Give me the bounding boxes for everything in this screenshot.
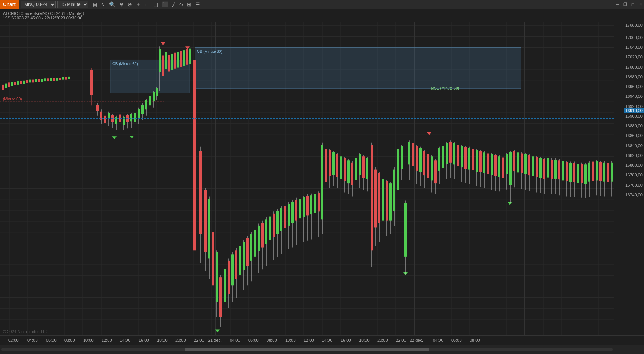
- svg-rect-347: [502, 158, 504, 178]
- close-button[interactable]: ✕: [637, 0, 644, 9]
- zoom-out-icon[interactable]: ⊖: [127, 1, 133, 8]
- bar-chart-icon[interactable]: ▦: [91, 1, 98, 8]
- maximize-button[interactable]: □: [629, 0, 637, 9]
- svg-text:OB (Minute 60): OB (Minute 60): [112, 61, 138, 66]
- svg-rect-233: [291, 202, 294, 223]
- price-level-16820: 16820,00: [625, 153, 643, 158]
- svg-rect-314: [442, 146, 444, 168]
- rect3-icon[interactable]: ⬛: [161, 1, 169, 8]
- svg-rect-192: [216, 252, 218, 302]
- svg-rect-82: [14, 82, 16, 85]
- zoom-in-icon[interactable]: ⊕: [118, 1, 124, 8]
- pointer-icon[interactable]: ↖: [100, 1, 106, 8]
- svg-rect-156: [156, 88, 158, 96]
- svg-rect-178: [186, 49, 188, 65]
- svg-rect-245: [314, 194, 316, 213]
- svg-rect-356: [517, 152, 519, 172]
- restore-button[interactable]: ❐: [622, 0, 629, 9]
- svg-rect-213: [254, 230, 256, 257]
- time-label-3-0400: 04:00: [433, 338, 443, 342]
- chart-info: ATCHICTConcepts(MNQ 03-24 (15 Minute)) 1…: [0, 9, 644, 22]
- svg-rect-384: [569, 163, 572, 182]
- svg-rect-333: [476, 150, 478, 172]
- time-label-2000: 20:00: [175, 338, 186, 342]
- svg-rect-199: [228, 261, 230, 294]
- time-label-2-0800: 08:00: [267, 338, 277, 342]
- plus-icon[interactable]: ＋: [135, 0, 142, 9]
- svg-rect-78: [8, 82, 10, 87]
- svg-rect-134: [119, 115, 121, 122]
- svg-rect-360: [524, 154, 527, 174]
- svg-rect-116: [65, 77, 67, 80]
- svg-rect-180: [189, 49, 191, 64]
- chart-info-line1: ATCHICTConcepts(MNQ 03-24 (15 Minute)): [3, 11, 641, 16]
- grid-icon[interactable]: ⊞: [186, 1, 192, 8]
- instrument-selector[interactable]: MNQ 03-24: [21, 1, 56, 8]
- line-icon[interactable]: ╱: [171, 1, 176, 8]
- svg-rect-304: [423, 151, 425, 175]
- svg-rect-100: [41, 79, 43, 82]
- time-label-2-1000: 10:00: [285, 338, 296, 342]
- time-label-2-1400: 14:00: [322, 338, 332, 342]
- watermark: © 2024 NinjaTrader, LLC: [3, 329, 48, 334]
- price-level-16980: 16980,00: [625, 75, 643, 79]
- svg-rect-279: [378, 173, 380, 223]
- svg-rect-211: [250, 234, 252, 261]
- current-price-label: 16910,00: [624, 108, 644, 113]
- svg-rect-380: [562, 161, 564, 180]
- svg-rect-298: [412, 143, 414, 166]
- svg-rect-302: [419, 148, 422, 172]
- svg-rect-186: [204, 190, 207, 252]
- time-label-21dec: 21 déc.: [208, 338, 222, 342]
- zoom-icon[interactable]: 🔍: [108, 1, 116, 8]
- time-label-1600: 16:00: [139, 338, 149, 342]
- timeframe-selector[interactable]: 15 Minute: [57, 1, 88, 8]
- chart-tab[interactable]: Chart: [0, 0, 19, 9]
- svg-rect-354: [513, 151, 515, 171]
- rect2-icon[interactable]: ◫: [153, 1, 159, 8]
- svg-rect-104: [47, 78, 49, 81]
- svg-rect-146: [138, 109, 140, 118]
- time-label-22dec: 22 déc.: [410, 338, 423, 342]
- time-label-2-2200: 22:00: [396, 338, 406, 342]
- svg-rect-308: [431, 156, 433, 180]
- svg-rect-86: [20, 81, 22, 84]
- svg-rect-316: [446, 143, 448, 164]
- svg-rect-188: [208, 199, 210, 258]
- price-level-16960: 16960,00: [625, 84, 643, 89]
- svg-rect-154: [153, 92, 155, 101]
- window-controls: ─ ❐ □ ✕: [614, 0, 644, 9]
- svg-rect-150: [145, 100, 147, 109]
- svg-rect-404: [607, 163, 609, 182]
- svg-rect-152: [149, 96, 151, 105]
- price-level-16760: 16760,00: [625, 183, 643, 187]
- svg-rect-337: [483, 152, 485, 173]
- price-level-17000: 17000,00: [625, 65, 643, 69]
- scroll-right-button[interactable]: ›: [610, 175, 613, 183]
- chart-canvas[interactable]: OB (Minute 60) OB (Minute 60) (Minute 60…: [0, 22, 614, 335]
- minimize-button[interactable]: ─: [614, 0, 622, 9]
- svg-rect-325: [461, 146, 463, 168]
- svg-rect-283: [386, 181, 388, 221]
- scrollbar-track[interactable]: [1, 348, 613, 351]
- svg-rect-251: [325, 149, 327, 182]
- svg-rect-174: [180, 51, 182, 67]
- svg-rect-358: [521, 153, 523, 173]
- time-label-2-2000: 20:00: [377, 338, 388, 342]
- svg-rect-184: [199, 151, 202, 234]
- svg-rect-170: [174, 53, 176, 69]
- svg-rect-90: [26, 80, 28, 83]
- svg-rect-74: [2, 85, 4, 90]
- rect1-icon[interactable]: ▭: [144, 1, 150, 8]
- svg-rect-207: [243, 242, 245, 270]
- scrollbar-thumb[interactable]: [185, 348, 429, 351]
- svg-rect-271: [362, 156, 365, 178]
- svg-rect-259: [340, 156, 342, 179]
- wave-icon[interactable]: ∿: [178, 1, 184, 8]
- svg-rect-327: [464, 147, 467, 169]
- list-icon[interactable]: ☰: [195, 1, 201, 8]
- svg-rect-296: [408, 142, 410, 165]
- svg-rect-92: [29, 80, 31, 83]
- time-label-2-1200: 12:00: [304, 338, 314, 342]
- svg-rect-306: [427, 154, 429, 178]
